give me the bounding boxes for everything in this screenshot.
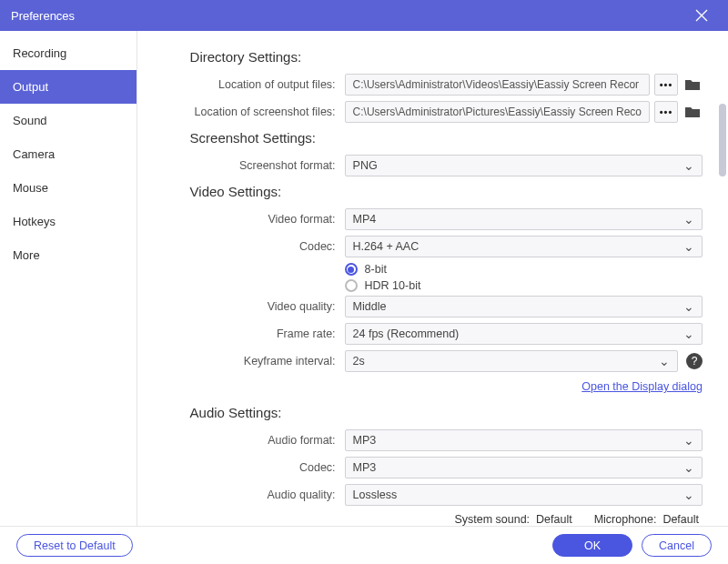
framerate-select[interactable]: 24 fps (Recommend)⌄ — [345, 323, 703, 345]
video-codec-label: Codec: — [148, 240, 345, 253]
browse-screenshot-button[interactable]: ••• — [654, 101, 678, 123]
keyframe-select[interactable]: 2s⌄ — [345, 350, 678, 372]
video-quality-select[interactable]: Middle⌄ — [345, 296, 703, 317]
chevron-down-icon: ⌄ — [683, 297, 694, 317]
chevron-down-icon: ⌄ — [659, 351, 670, 371]
keyframe-help-button[interactable]: ? — [686, 353, 703, 369]
scrollbar-thumb[interactable] — [719, 104, 726, 176]
video-quality-value: Middle — [353, 297, 387, 317]
keyframe-label: Keyframe interval: — [148, 355, 345, 368]
audio-quality-label: Audio quality: — [148, 488, 345, 501]
chevron-down-icon: ⌄ — [683, 156, 694, 176]
sidebar-item-camera[interactable]: Camera — [0, 137, 136, 171]
video-format-value: MP4 — [353, 209, 377, 229]
sidebar-item-output[interactable]: Output — [0, 70, 136, 104]
audio-quality-value: Lossless — [353, 485, 398, 505]
help-icon: ? — [692, 355, 698, 368]
open-display-dialog-link[interactable]: Open the Display dialog — [581, 380, 703, 393]
dots-icon: ••• — [660, 79, 673, 90]
chevron-down-icon: ⌄ — [683, 209, 694, 229]
reset-to-default-button[interactable]: Reset to Default — [16, 534, 133, 557]
section-title-audio: Audio Settings: — [190, 405, 703, 420]
output-path-label: Location of output files: — [148, 78, 345, 91]
titlebar: Preferences — [0, 0, 728, 31]
sidebar-item-mouse[interactable]: Mouse — [0, 171, 136, 205]
audio-status-row: System sound: Default Microphone: Defaul… — [148, 513, 703, 526]
radio-icon — [345, 263, 358, 276]
audio-codec-label: Codec: — [148, 461, 345, 474]
bitdepth-hdr-radio[interactable]: HDR 10-bit — [345, 279, 703, 292]
audio-format-label: Audio format: — [148, 434, 345, 447]
chevron-down-icon: ⌄ — [683, 237, 694, 257]
video-codec-value: H.264 + AAC — [353, 237, 420, 257]
video-codec-select[interactable]: H.264 + AAC⌄ — [345, 236, 703, 257]
folder-icon — [684, 78, 701, 91]
video-format-select[interactable]: MP4⌄ — [345, 208, 703, 230]
chevron-down-icon: ⌄ — [683, 485, 694, 505]
cancel-button[interactable]: Cancel — [642, 534, 712, 557]
video-quality-label: Video quality: — [148, 300, 345, 313]
screenshot-format-select[interactable]: PNG⌄ — [345, 155, 703, 176]
screenshot-path-field[interactable]: C:\Users\Administrator\Pictures\Eassiy\E… — [345, 101, 650, 123]
sidebar-item-recording[interactable]: Recording — [0, 36, 136, 70]
bitdepth-hdr-label: HDR 10-bit — [365, 279, 421, 292]
screenshot-path-label: Location of screenshot files: — [148, 106, 345, 118]
open-screenshot-folder-button[interactable] — [682, 102, 703, 122]
screenshot-format-label: Screenshot format: — [148, 159, 345, 172]
close-button[interactable] — [686, 0, 717, 31]
ok-button[interactable]: OK — [552, 534, 632, 557]
section-title-screenshot: Screenshot Settings: — [190, 130, 703, 146]
chevron-down-icon: ⌄ — [683, 324, 694, 344]
audio-codec-select[interactable]: MP3⌄ — [345, 457, 703, 478]
sidebar: Recording Output Sound Camera Mouse Hotk… — [0, 31, 137, 526]
microphone-value: Default — [662, 513, 699, 526]
browse-output-button[interactable]: ••• — [654, 74, 678, 96]
sidebar-item-more[interactable]: More — [0, 238, 136, 272]
audio-quality-select[interactable]: Lossless⌄ — [345, 484, 703, 506]
audio-format-value: MP3 — [353, 430, 377, 450]
window-title: Preferences — [11, 9, 686, 23]
sidebar-item-hotkeys[interactable]: Hotkeys — [0, 205, 136, 238]
output-path-field[interactable]: C:\Users\Administrator\Videos\Eassiy\Eas… — [345, 74, 650, 96]
section-title-video: Video Settings: — [190, 184, 703, 199]
dots-icon: ••• — [660, 106, 673, 117]
chevron-down-icon: ⌄ — [683, 458, 694, 478]
footer: Reset to Default OK Cancel — [0, 526, 728, 564]
keyframe-value: 2s — [353, 351, 365, 371]
open-output-folder-button[interactable] — [682, 75, 703, 95]
framerate-value: 24 fps (Recommend) — [353, 324, 460, 344]
bitdepth-8-radio[interactable]: 8-bit — [345, 263, 703, 276]
audio-codec-value: MP3 — [353, 458, 377, 478]
chevron-down-icon: ⌄ — [683, 430, 694, 450]
radio-icon — [345, 279, 358, 292]
framerate-label: Frame rate: — [148, 327, 345, 340]
bitdepth-8-label: 8-bit — [365, 263, 387, 276]
sidebar-item-sound[interactable]: Sound — [0, 104, 136, 137]
microphone-label: Microphone: — [594, 513, 657, 526]
section-title-directory: Directory Settings: — [190, 49, 703, 65]
main-panel: Directory Settings: Location of output f… — [137, 31, 728, 526]
audio-format-select[interactable]: MP3⌄ — [345, 429, 703, 451]
screenshot-format-value: PNG — [353, 156, 378, 176]
close-icon — [695, 9, 708, 22]
system-sound-label: System sound: — [454, 513, 530, 526]
system-sound-value: Default — [536, 513, 572, 526]
folder-icon — [684, 106, 701, 118]
video-format-label: Video format: — [148, 213, 345, 226]
